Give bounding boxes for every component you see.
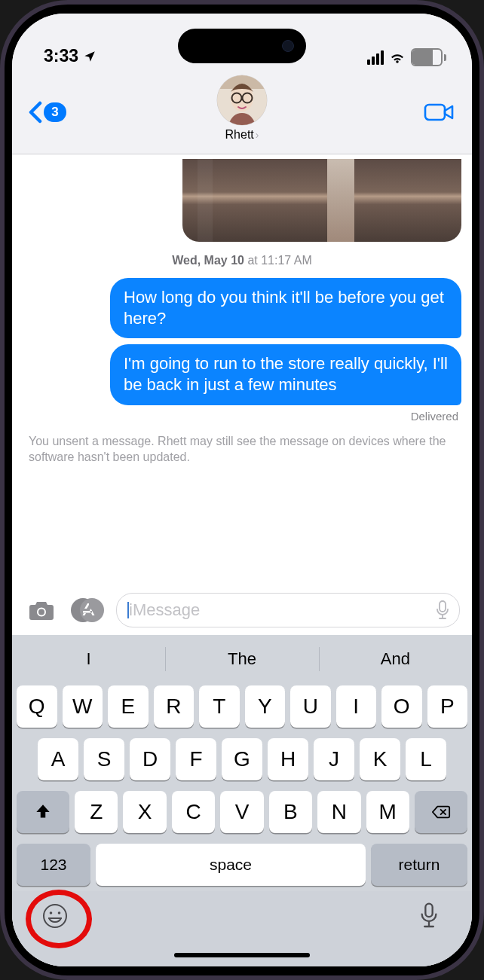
battery-icon: 70 bbox=[411, 48, 446, 66]
contact-name: Rhett bbox=[225, 128, 254, 142]
back-button[interactable]: 3 bbox=[29, 101, 66, 124]
key-p[interactable]: P bbox=[427, 685, 468, 728]
compose-bar: iMessage bbox=[12, 590, 472, 635]
unsent-notice: You unsent a message. Rhett may still se… bbox=[12, 429, 472, 476]
sent-message[interactable]: How long do you think it'll be before yo… bbox=[110, 278, 461, 338]
numbers-key[interactable]: 123 bbox=[17, 844, 90, 886]
sent-message[interactable]: I'm going to run to the store really qui… bbox=[110, 344, 461, 405]
dynamic-island bbox=[178, 29, 306, 63]
wifi-icon bbox=[389, 50, 406, 64]
dictation-key[interactable] bbox=[412, 899, 446, 933]
prediction[interactable]: I bbox=[12, 638, 165, 680]
dictate-icon[interactable] bbox=[435, 600, 450, 621]
conversation-header: 3 bbox=[12, 71, 472, 154]
key-t[interactable]: T bbox=[199, 685, 240, 728]
key-w[interactable]: W bbox=[63, 685, 103, 728]
key-a[interactable]: A bbox=[38, 738, 78, 780]
keyboard-bottom-bar bbox=[12, 891, 472, 966]
key-l[interactable]: L bbox=[406, 738, 446, 780]
emoji-key[interactable] bbox=[38, 899, 72, 933]
key-d[interactable]: D bbox=[130, 738, 170, 780]
key-f[interactable]: F bbox=[176, 738, 216, 780]
prediction[interactable]: And bbox=[319, 638, 472, 680]
key-v[interactable]: V bbox=[220, 791, 263, 833]
key-h[interactable]: H bbox=[268, 738, 308, 780]
status-time: 3:33 bbox=[44, 46, 78, 66]
key-e[interactable]: E bbox=[108, 685, 149, 728]
key-j[interactable]: J bbox=[314, 738, 354, 780]
message-input[interactable]: iMessage bbox=[116, 593, 460, 627]
cellular-icon bbox=[367, 50, 384, 65]
avatar bbox=[217, 75, 267, 125]
key-c[interactable]: C bbox=[172, 791, 215, 833]
sent-attachment[interactable] bbox=[182, 159, 461, 242]
key-s[interactable]: S bbox=[84, 738, 124, 780]
svg-point-8 bbox=[38, 609, 44, 615]
return-key[interactable]: return bbox=[371, 844, 467, 886]
prediction[interactable]: The bbox=[165, 638, 318, 680]
key-y[interactable]: Y bbox=[245, 685, 286, 728]
chevron-right-icon: › bbox=[256, 129, 259, 141]
key-q[interactable]: Q bbox=[17, 685, 57, 728]
key-b[interactable]: B bbox=[269, 791, 312, 833]
svg-point-15 bbox=[50, 911, 53, 914]
key-i[interactable]: I bbox=[336, 685, 377, 728]
prediction-bar: I The And bbox=[12, 638, 472, 680]
delivery-status: Delivered bbox=[411, 410, 458, 423]
svg-rect-6 bbox=[425, 105, 445, 120]
conversation-thread[interactable]: Wed, May 10 at 11:17 AM How long do you … bbox=[12, 154, 472, 590]
svg-point-16 bbox=[58, 911, 61, 914]
backspace-key[interactable] bbox=[415, 791, 467, 833]
home-indicator[interactable] bbox=[174, 953, 310, 957]
iphone-frame: 3:33 70 bbox=[0, 0, 484, 980]
svg-point-10 bbox=[80, 598, 104, 622]
key-m[interactable]: M bbox=[366, 791, 409, 833]
space-key[interactable]: space bbox=[96, 844, 366, 886]
contact-button[interactable]: Rhett › bbox=[217, 75, 267, 142]
input-placeholder: iMessage bbox=[129, 600, 429, 620]
location-icon bbox=[83, 50, 96, 63]
key-z[interactable]: Z bbox=[75, 791, 118, 833]
svg-rect-11 bbox=[440, 601, 446, 612]
svg-rect-17 bbox=[425, 904, 432, 917]
camera-button[interactable] bbox=[24, 595, 59, 625]
app-store-button[interactable] bbox=[68, 595, 107, 625]
key-o[interactable]: O bbox=[381, 685, 422, 728]
timestamp: Wed, May 10 at 11:17 AM bbox=[12, 254, 472, 267]
key-g[interactable]: G bbox=[222, 738, 262, 780]
key-k[interactable]: K bbox=[360, 738, 400, 780]
key-x[interactable]: X bbox=[123, 791, 166, 833]
svg-point-14 bbox=[44, 905, 66, 927]
key-n[interactable]: N bbox=[317, 791, 360, 833]
facetime-button[interactable] bbox=[424, 101, 455, 124]
key-u[interactable]: U bbox=[290, 685, 331, 728]
keyboard: I The And Q W E R T Y U I O P A bbox=[12, 635, 472, 966]
key-r[interactable]: R bbox=[154, 685, 195, 728]
unread-badge: 3 bbox=[44, 102, 66, 122]
shift-key[interactable] bbox=[17, 791, 69, 833]
